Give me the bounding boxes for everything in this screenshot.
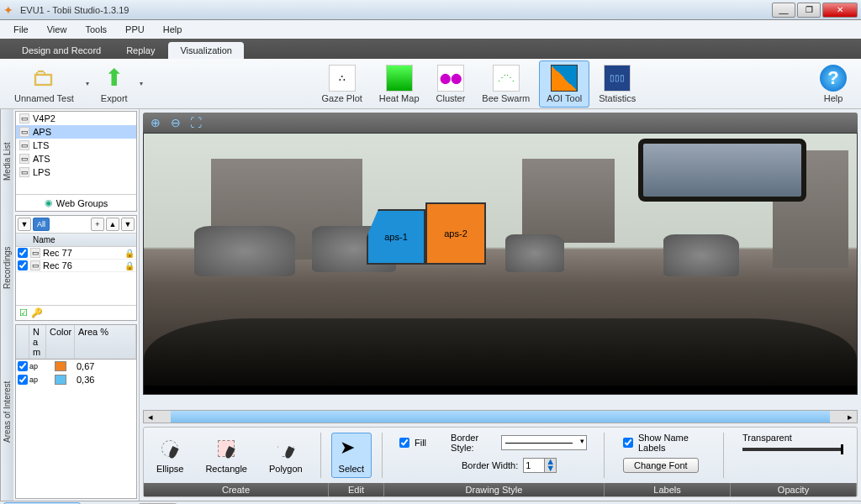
tab-visualization[interactable]: Visualization	[168, 42, 244, 59]
ellipse-button[interactable]: Ellipse	[149, 433, 191, 478]
recordings-name-header[interactable]: Name	[16, 234, 136, 247]
titlebar: ✦ EVU1 - Tobii Studio-1.3.19 __ ❐ ✕	[0, 0, 861, 20]
aoi-color-header[interactable]: Color	[46, 325, 75, 359]
lock-icon: 🔒	[124, 249, 135, 258]
menu-help[interactable]: Help	[155, 22, 191, 37]
add-button[interactable]: +	[91, 218, 104, 231]
unnamed-test-button[interactable]: 🗀 Unnamed Test	[7, 60, 82, 108]
recording-row[interactable]: ▭Rec 76🔒	[16, 260, 136, 272]
media-icon: ▭	[19, 127, 29, 137]
video-viewport[interactable]: aps-1 aps-2	[143, 133, 858, 395]
aoi-region-2[interactable]: aps-2	[425, 202, 486, 265]
rec-icon: ▭	[30, 260, 40, 270]
color-swatch	[55, 361, 66, 371]
fit-screen-icon[interactable]: ⛶	[188, 116, 203, 129]
opacity-section-label: Opacity	[731, 483, 857, 496]
gaze-plot-icon: ∴	[329, 65, 356, 92]
folder-icon: 🗀	[30, 65, 57, 92]
media-item[interactable]: ▭LTS	[16, 139, 136, 152]
tab-replay[interactable]: Replay	[114, 42, 166, 59]
export-icon: ⬆	[101, 65, 128, 92]
media-icon: ▭	[19, 154, 29, 164]
create-section-label: Create	[144, 483, 329, 496]
test-dropdown[interactable]: ▾	[83, 80, 92, 87]
polygon-button[interactable]: Polygon	[261, 433, 310, 478]
status-bar: ◉Recordings Tools	[0, 501, 861, 504]
toolbar: 🗀 Unnamed Test ▾ ⬆ Export ▾ ∴Gaze Plot H…	[0, 59, 861, 109]
rectangle-button[interactable]: Rectangle	[198, 433, 255, 478]
horizontal-scrollbar[interactable]: ◂ ▸	[143, 410, 858, 423]
aoi-name-header[interactable]: N a m	[29, 325, 46, 359]
bee-swarm-icon: ⋰⋱	[493, 65, 520, 92]
maximize-button[interactable]: ❐	[797, 3, 821, 18]
spin-down[interactable]: ▼	[544, 465, 556, 472]
statistics-icon: ▯▯▯	[604, 65, 631, 92]
close-button[interactable]: ✕	[822, 3, 858, 18]
media-icon: ▭	[19, 140, 29, 150]
media-item[interactable]: ▭V4P2	[16, 112, 136, 125]
fill-checkbox[interactable]	[399, 438, 409, 448]
aoi-checkbox[interactable]	[18, 375, 28, 385]
filter-all[interactable]: All	[33, 218, 50, 231]
border-style-select[interactable]	[501, 435, 587, 450]
window-title: EVU1 - Tobii Studio-1.3.19	[20, 5, 772, 15]
aoi-tool-button[interactable]: AOI Tool	[539, 60, 589, 108]
aoi-area-header[interactable]: Area %	[75, 325, 136, 359]
edit-section-label: Edit	[329, 483, 384, 496]
minimize-button[interactable]: __	[772, 3, 795, 18]
rec-icon: ▭	[30, 248, 40, 258]
zoom-in-icon[interactable]: ⊕	[148, 116, 163, 129]
key-icon[interactable]: 🔑	[31, 307, 43, 318]
border-width-spinner[interactable]: ▲▼	[523, 458, 557, 473]
left-sidebar: Media List ▭V4P2 ▭APS ▭LTS ▭ATS ▭LPS ◉We…	[0, 109, 140, 501]
bee-swarm-button[interactable]: ⋰⋱Bee Swarm	[474, 60, 537, 108]
opacity-slider[interactable]	[742, 448, 843, 451]
aoi-label: Areas of Interest	[0, 323, 13, 501]
change-font-button[interactable]: Change Font	[623, 458, 699, 473]
scroll-right[interactable]: ▸	[843, 412, 857, 423]
check-all-icon[interactable]: ☑	[19, 307, 28, 318]
export-button[interactable]: ⬆ Export	[93, 60, 135, 108]
scroll-left[interactable]: ◂	[144, 412, 157, 423]
transparent-label: Transparent	[742, 433, 843, 443]
aoi-checkbox[interactable]	[18, 361, 28, 371]
export-dropdown[interactable]: ▾	[137, 80, 145, 87]
filter-icon[interactable]: ▼	[18, 218, 31, 231]
help-button[interactable]: ?Help	[812, 60, 854, 108]
menu-file[interactable]: File	[5, 22, 37, 37]
menubar: File View Tools PPU Help	[0, 20, 861, 39]
border-width-input[interactable]	[524, 459, 544, 472]
scroll-track[interactable]	[171, 411, 830, 423]
zoom-out-icon[interactable]: ⊖	[168, 116, 183, 129]
aoi-controls-panel: Ellipse Rectangle Polygon ➤Select Fill B…	[143, 427, 858, 497]
media-item[interactable]: ▭APS	[16, 125, 136, 139]
web-groups-button[interactable]: ◉Web Groups	[16, 194, 136, 211]
rec-checkbox[interactable]	[18, 260, 28, 270]
cluster-button[interactable]: ⬤⬤Cluster	[429, 60, 473, 108]
app-icon: ✦	[3, 3, 17, 17]
media-item[interactable]: ▭LPS	[16, 165, 136, 179]
tab-design-record[interactable]: Design and Record	[10, 42, 113, 59]
aoi-region-1[interactable]: aps-1	[367, 209, 425, 265]
aoi-row[interactable]: ap0,36	[16, 373, 136, 386]
recording-row[interactable]: ▭Rec 77🔒	[16, 247, 136, 260]
up-button[interactable]: ▲	[106, 218, 119, 231]
statistics-button[interactable]: ▯▯▯Statistics	[591, 60, 643, 108]
media-icon: ▭	[19, 113, 29, 123]
aoi-row[interactable]: ap0,67	[16, 360, 136, 373]
menu-tools[interactable]: Tools	[77, 22, 115, 37]
help-icon: ?	[820, 65, 847, 92]
main-area: ⊕ ⊖ ⛶ aps-1 aps-2 ◂ ▸	[140, 109, 861, 501]
menu-view[interactable]: View	[39, 22, 76, 37]
globe-icon: ◉	[45, 197, 53, 208]
rec-checkbox[interactable]	[18, 248, 28, 258]
labels-section-label: Labels	[605, 483, 731, 496]
menu-ppu[interactable]: PPU	[117, 22, 153, 37]
style-section-label: Drawing Style	[384, 483, 605, 496]
down-button[interactable]: ▼	[121, 218, 135, 231]
gaze-plot-button[interactable]: ∴Gaze Plot	[314, 60, 370, 108]
media-item[interactable]: ▭ATS	[16, 152, 136, 165]
show-labels-checkbox[interactable]	[623, 438, 633, 448]
select-button[interactable]: ➤Select	[331, 433, 372, 478]
heat-map-button[interactable]: Heat Map	[372, 60, 427, 108]
